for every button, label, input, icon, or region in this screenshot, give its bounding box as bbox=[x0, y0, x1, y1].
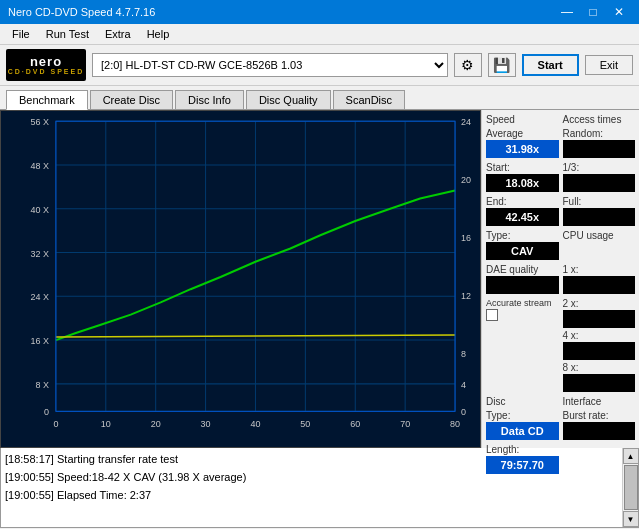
svg-text:56 X: 56 X bbox=[30, 117, 48, 127]
svg-text:16: 16 bbox=[461, 233, 471, 243]
dae-accurate-cpu2: Accurate stream 2 x: 4 x: 8 x: bbox=[486, 298, 635, 392]
toolbar-icon-btn-2[interactable]: 💾 bbox=[488, 53, 516, 77]
svg-text:60: 60 bbox=[350, 419, 360, 429]
start-button[interactable]: Start bbox=[522, 54, 579, 76]
log-content: [18:58:17] Starting transfer rate test [… bbox=[1, 448, 622, 527]
disc-section-label: Disc bbox=[486, 396, 559, 407]
main-content: 56 X 48 X 40 X 32 X 24 X 16 X 8 X 0 24 2… bbox=[0, 110, 639, 448]
close-button[interactable]: ✕ bbox=[607, 3, 631, 21]
scroll-up-button[interactable]: ▲ bbox=[623, 448, 639, 464]
svg-text:40 X: 40 X bbox=[30, 205, 48, 215]
svg-text:12: 12 bbox=[461, 291, 471, 301]
svg-text:0: 0 bbox=[44, 407, 49, 417]
access-times-label: Access times bbox=[563, 114, 636, 125]
scroll-thumb[interactable] bbox=[624, 465, 638, 510]
full-value bbox=[563, 208, 636, 226]
random-label: Random: bbox=[563, 128, 636, 139]
tab-scan-disc[interactable]: ScanDisc bbox=[333, 90, 405, 109]
maximize-button[interactable]: □ bbox=[581, 3, 605, 21]
full-label: Full: bbox=[563, 196, 636, 207]
cpu-x8-value bbox=[563, 374, 636, 392]
tab-create-disc[interactable]: Create Disc bbox=[90, 90, 173, 109]
toolbar-icon-btn-1[interactable]: ⚙ bbox=[454, 53, 482, 77]
svg-text:24 X: 24 X bbox=[30, 292, 48, 302]
speed-access-row3: End: 42.45x Full: bbox=[486, 196, 635, 226]
menu-file[interactable]: File bbox=[4, 26, 38, 42]
cpu-label: CPU usage bbox=[563, 230, 636, 241]
svg-text:16 X: 16 X bbox=[30, 336, 48, 346]
accurate-label: Accurate stream bbox=[486, 298, 559, 308]
disc-interface-row1: Type: Data CD Burst rate: bbox=[486, 410, 635, 440]
end-label: End: bbox=[486, 196, 559, 207]
disc-type-value: Data CD bbox=[486, 422, 559, 440]
end-value: 42.45x bbox=[486, 208, 559, 226]
svg-text:24: 24 bbox=[461, 117, 471, 127]
svg-text:32 X: 32 X bbox=[30, 249, 48, 259]
onethird-label: 1/3: bbox=[563, 162, 636, 173]
svg-text:20: 20 bbox=[151, 419, 161, 429]
log-area: [18:58:17] Starting transfer rate test [… bbox=[0, 448, 639, 528]
scroll-down-button[interactable]: ▼ bbox=[623, 511, 639, 527]
cpu-x2-value bbox=[563, 310, 636, 328]
cpu-x4-value bbox=[563, 342, 636, 360]
cpu-x4-label: 4 x: bbox=[563, 330, 636, 341]
onethird-value bbox=[563, 174, 636, 192]
random-value bbox=[563, 140, 636, 158]
chart-area: 56 X 48 X 40 X 32 X 24 X 16 X 8 X 0 24 2… bbox=[0, 110, 481, 448]
nero-logo-text: nero bbox=[30, 55, 62, 68]
title-bar: Nero CD-DVD Speed 4.7.7.16 — □ ✕ bbox=[0, 0, 639, 24]
svg-text:0: 0 bbox=[53, 419, 58, 429]
burst-label: Burst rate: bbox=[563, 410, 636, 421]
dae-value bbox=[486, 276, 559, 294]
svg-text:70: 70 bbox=[400, 419, 410, 429]
cpu-x8-label: 8 x: bbox=[563, 362, 636, 373]
tabs: Benchmark Create Disc Disc Info Disc Qua… bbox=[0, 86, 639, 110]
disc-interface-header: Disc Interface bbox=[486, 396, 635, 408]
menu-run-test[interactable]: Run Test bbox=[38, 26, 97, 42]
interface-label: Interface bbox=[563, 396, 636, 407]
svg-text:10: 10 bbox=[101, 419, 111, 429]
tab-benchmark[interactable]: Benchmark bbox=[6, 90, 88, 110]
dae-label: DAE quality bbox=[486, 264, 559, 275]
svg-text:30: 30 bbox=[201, 419, 211, 429]
type-label: Type: bbox=[486, 230, 559, 241]
drive-select[interactable]: [2:0] HL-DT-ST CD-RW GCE-8526B 1.03 bbox=[92, 53, 448, 77]
svg-text:4: 4 bbox=[461, 380, 466, 390]
accurate-checkbox-row bbox=[486, 309, 559, 321]
svg-text:80: 80 bbox=[450, 419, 460, 429]
type-value: CAV bbox=[486, 242, 559, 260]
tab-disc-info[interactable]: Disc Info bbox=[175, 90, 244, 109]
right-panel: Speed Access times Average 31.98x Random… bbox=[481, 110, 639, 448]
cpu-x1-label: 1 x: bbox=[563, 264, 636, 275]
menu-bar: File Run Test Extra Help bbox=[0, 24, 639, 45]
exit-button[interactable]: Exit bbox=[585, 55, 633, 75]
cpu-x2-label: 2 x: bbox=[563, 298, 636, 309]
svg-rect-0 bbox=[1, 111, 480, 447]
chart-svg: 56 X 48 X 40 X 32 X 24 X 16 X 8 X 0 24 2… bbox=[1, 111, 480, 447]
svg-text:8: 8 bbox=[461, 349, 466, 359]
start-label: Start: bbox=[486, 162, 559, 173]
svg-text:0: 0 bbox=[461, 407, 466, 417]
cpu-x1-value bbox=[563, 276, 636, 294]
nero-logo: nero CD·DVD SPEED bbox=[6, 49, 86, 81]
svg-text:50: 50 bbox=[300, 419, 310, 429]
svg-text:20: 20 bbox=[461, 175, 471, 185]
start-value: 18.08x bbox=[486, 174, 559, 192]
nero-logo-subtitle: CD·DVD SPEED bbox=[8, 68, 85, 75]
window-title: Nero CD-DVD Speed 4.7.7.16 bbox=[8, 6, 155, 18]
tab-disc-quality[interactable]: Disc Quality bbox=[246, 90, 331, 109]
menu-help[interactable]: Help bbox=[139, 26, 178, 42]
average-value: 31.98x bbox=[486, 140, 559, 158]
speed-label: Speed bbox=[486, 114, 559, 125]
menu-extra[interactable]: Extra bbox=[97, 26, 139, 42]
svg-text:48 X: 48 X bbox=[30, 161, 48, 171]
window-controls: — □ ✕ bbox=[555, 3, 631, 21]
log-line-3: [19:00:55] Elapsed Time: 2:37 bbox=[5, 486, 618, 504]
speed-access-header: Speed Access times bbox=[486, 114, 635, 126]
accurate-checkbox[interactable] bbox=[486, 309, 498, 321]
dae-cpu-section: DAE quality 1 x: bbox=[486, 264, 635, 294]
disc-type-label: Type: bbox=[486, 410, 559, 421]
type-cpu-row: Type: CAV CPU usage bbox=[486, 230, 635, 260]
log-line-2: [19:00:55] Speed:18-42 X CAV (31.98 X av… bbox=[5, 468, 618, 486]
minimize-button[interactable]: — bbox=[555, 3, 579, 21]
